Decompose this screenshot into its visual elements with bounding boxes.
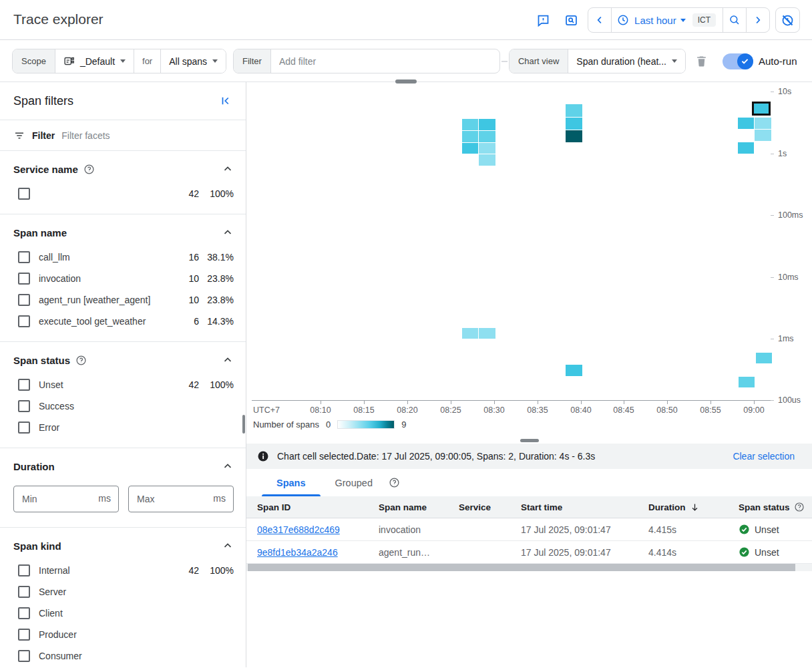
heatmap-cell[interactable] — [566, 118, 582, 130]
facet-checkbox[interactable] — [18, 315, 30, 327]
vertical-resize-handle[interactable] — [520, 439, 539, 442]
facet-checkbox[interactable] — [18, 564, 30, 576]
x-tick-label: 08:10 — [310, 405, 331, 415]
time-forward-button[interactable] — [746, 8, 769, 32]
table-hscrollbar-thumb[interactable] — [248, 564, 795, 571]
chevron-up-icon[interactable] — [222, 354, 234, 366]
section-header[interactable]: Span status — [0, 346, 246, 374]
filter-input[interactable] — [279, 56, 491, 67]
chevron-up-icon[interactable] — [222, 460, 234, 472]
heatmap-cell[interactable] — [566, 104, 582, 117]
facet-checkbox[interactable] — [18, 379, 30, 391]
facet-checkbox[interactable] — [18, 422, 30, 434]
heatmap-cell[interactable] — [739, 377, 755, 387]
facet-checkbox[interactable] — [18, 251, 30, 263]
legend-gradient — [337, 420, 395, 429]
heatmap-cell[interactable] — [479, 154, 495, 166]
heatmap-cell[interactable] — [566, 365, 582, 376]
grouped-help-icon[interactable] — [389, 477, 400, 488]
facet-count: 6 — [175, 316, 199, 327]
heatmap-cell[interactable] — [462, 119, 478, 130]
time-back-button[interactable] — [588, 8, 612, 32]
heatmap-cell[interactable] — [462, 131, 478, 142]
inspect-button[interactable] — [560, 8, 582, 32]
facet-checkbox[interactable] — [18, 294, 30, 306]
feedback-button[interactable] — [532, 8, 554, 32]
sidebar-scrollbar[interactable] — [242, 415, 245, 434]
span-id-link[interactable]: 08e317e688d2c469 — [257, 524, 379, 535]
facet-count: 10 — [175, 295, 199, 305]
heatmap-cell[interactable] — [755, 130, 771, 141]
time-range-value: Last hour — [634, 15, 676, 26]
tab-spans[interactable]: Spans — [262, 469, 321, 496]
section-title: Duration — [13, 461, 55, 472]
timezone-badge[interactable]: ICT — [692, 13, 716, 27]
span-id-link[interactable]: 9e8fd1eb34a2a246 — [257, 547, 379, 558]
disable-time-sync-button[interactable] — [775, 7, 800, 33]
status-label: Unset — [755, 524, 779, 535]
facet-percent: 23.8% — [199, 295, 234, 305]
chevron-up-icon[interactable] — [222, 163, 234, 175]
col-span-status[interactable]: Span status — [739, 502, 812, 512]
auto-run-toggle[interactable] — [723, 53, 753, 69]
col-span-id[interactable]: Span ID — [257, 502, 379, 512]
chevron-up-icon[interactable] — [222, 226, 234, 238]
col-service[interactable]: Service — [459, 502, 521, 512]
facet-checkbox[interactable] — [18, 400, 30, 412]
facet-checkbox[interactable] — [18, 273, 30, 285]
scope-dropdown[interactable]: _Default — [55, 49, 134, 73]
status-help-icon[interactable] — [794, 502, 805, 512]
span-scope-dropdown[interactable]: All spans — [161, 49, 226, 73]
section-header[interactable]: Duration — [0, 452, 246, 480]
facet-checkbox[interactable] — [18, 586, 30, 598]
section-header[interactable]: Span name — [0, 218, 246, 246]
facet-row: 42100% — [0, 183, 246, 204]
tab-grouped[interactable]: Grouped — [321, 469, 387, 496]
heatmap-cell[interactable] — [479, 143, 495, 154]
col-start-time[interactable]: Start time — [521, 502, 648, 512]
span-status-cell: Unset — [739, 546, 812, 558]
time-zoom-out-button[interactable] — [723, 8, 746, 32]
sidebar-title: Span filters — [13, 94, 216, 108]
collapse-panel-icon — [220, 95, 232, 107]
section-header[interactable]: Service name — [0, 155, 246, 183]
col-span-name[interactable]: Span name — [379, 502, 459, 512]
facet-filter[interactable]: Filter Filter facets — [0, 120, 246, 151]
table-row[interactable]: 08e317e688d2c469invocation17 Jul 2025, 0… — [246, 518, 812, 541]
heatmap-cell[interactable] — [479, 119, 495, 130]
collapse-sidebar-button[interactable] — [216, 89, 235, 113]
delete-query-button[interactable] — [695, 53, 708, 69]
col-duration[interactable]: Duration — [648, 502, 739, 512]
heatmap-cell[interactable] — [462, 143, 478, 154]
section-title: Span kind — [13, 540, 61, 552]
heatmap-cell[interactable] — [462, 328, 478, 339]
facet-count: 42 — [175, 379, 199, 390]
filter-section-duration: Durationmsms — [0, 448, 246, 528]
section-title: Span name — [13, 227, 67, 238]
heatmap-cell[interactable] — [756, 353, 772, 363]
span-filters-sidebar: Span filters Filter Filter facets Servic… — [0, 82, 246, 667]
table-row[interactable]: 9e8fd1eb34a2a246agent_run…17 Jul 2025, 0… — [246, 541, 812, 564]
help-icon[interactable] — [75, 355, 87, 366]
heatmap-cell[interactable] — [755, 118, 771, 129]
facet-checkbox[interactable] — [18, 629, 30, 641]
heatmap-cell[interactable] — [566, 130, 582, 142]
chevron-up-icon[interactable] — [222, 540, 234, 552]
facet-checkbox[interactable] — [18, 607, 30, 619]
help-icon[interactable] — [83, 164, 95, 175]
scope-value: _Default — [80, 56, 115, 67]
heatmap-cell[interactable] — [738, 118, 754, 129]
chart-view-dropdown[interactable]: Span duration (heat... — [568, 49, 685, 73]
heatmap-cell[interactable] — [479, 131, 495, 142]
facet-checkbox[interactable] — [18, 188, 30, 200]
heatmap-cell[interactable] — [479, 328, 495, 339]
section-header[interactable]: Span kind — [0, 532, 246, 560]
horizontal-resize-handle[interactable] — [395, 79, 417, 84]
heatmap-cell[interactable] — [738, 142, 754, 154]
clear-selection-button[interactable]: Clear selection — [733, 451, 795, 462]
facet-checkbox[interactable] — [18, 650, 30, 662]
x-axis — [252, 400, 774, 401]
x-tick-label: 09:00 — [743, 405, 764, 415]
time-range-dropdown[interactable]: Last hour — [612, 8, 691, 32]
heatmap-cell-selected[interactable] — [752, 102, 771, 116]
